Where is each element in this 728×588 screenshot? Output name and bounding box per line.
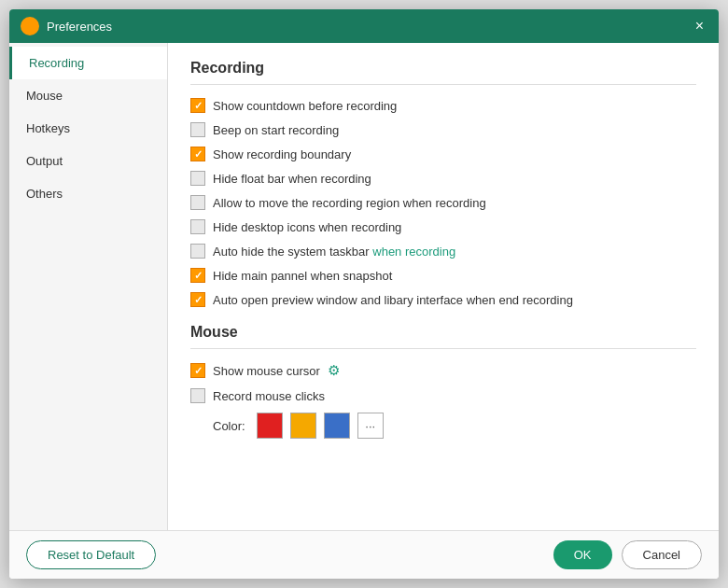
sidebar-item-hotkeys[interactable]: Hotkeys bbox=[9, 112, 167, 145]
label-showcursor: Show mouse cursor bbox=[213, 364, 320, 378]
sidebar-item-others[interactable]: Others bbox=[9, 177, 167, 210]
sidebar: Recording Mouse Hotkeys Output Others bbox=[9, 43, 168, 530]
color-swatch-yellow[interactable] bbox=[290, 413, 316, 439]
sidebar-item-output[interactable]: Output bbox=[9, 145, 167, 177]
checkbox-boundary[interactable] bbox=[190, 147, 205, 161]
label-recordclicks: Record mouse clicks bbox=[213, 389, 325, 403]
label-beep: Beep on start recording bbox=[213, 123, 339, 137]
recording-section-title: Recording bbox=[190, 60, 696, 85]
gear-icon[interactable]: ⚙ bbox=[328, 362, 340, 379]
ok-button[interactable]: OK bbox=[553, 540, 612, 569]
main-content: Recording Show countdown before recordin… bbox=[168, 43, 719, 530]
mouse-section-title: Mouse bbox=[190, 324, 696, 349]
checkbox-moveregion[interactable] bbox=[190, 195, 205, 210]
color-more-button[interactable]: ··· bbox=[357, 413, 384, 439]
close-button[interactable]: × bbox=[692, 16, 707, 36]
title-bar: Preferences × bbox=[9, 9, 719, 43]
checkbox-recordclicks[interactable] bbox=[190, 388, 205, 403]
sidebar-item-mouse[interactable]: Mouse bbox=[9, 79, 167, 112]
option-beep: Beep on start recording bbox=[190, 122, 696, 137]
label-floatbar: Hide float bar when recording bbox=[213, 172, 371, 186]
label-moveregion: Allow to move the recording region when … bbox=[213, 196, 486, 210]
checkbox-countdown[interactable] bbox=[190, 98, 205, 113]
label-desktopicons: Hide desktop icons when recording bbox=[213, 220, 401, 234]
cancel-button[interactable]: Cancel bbox=[622, 540, 702, 569]
option-showcursor: Show mouse cursor ⚙ bbox=[190, 362, 696, 379]
color-swatch-red[interactable] bbox=[257, 413, 283, 439]
label-mainpanel: Hide main pannel when snapshot bbox=[213, 269, 392, 283]
option-floatbar: Hide float bar when recording bbox=[190, 171, 696, 186]
label-preview: Auto open preview window and libary inte… bbox=[213, 293, 573, 307]
color-row: Color: ··· bbox=[213, 413, 696, 439]
color-label: Color: bbox=[213, 419, 245, 433]
label-taskbar: Auto hide the system taskbar when record… bbox=[213, 245, 455, 259]
footer: Reset to Default OK Cancel bbox=[9, 530, 719, 579]
checkbox-desktopicons[interactable] bbox=[190, 219, 205, 234]
label-countdown: Show countdown before recording bbox=[213, 99, 397, 113]
option-moveregion: Allow to move the recording region when … bbox=[190, 195, 696, 210]
mouse-section: Mouse Show mouse cursor ⚙ Record mouse c… bbox=[190, 324, 696, 439]
option-preview: Auto open preview window and libary inte… bbox=[190, 292, 696, 307]
label-boundary: Show recording boundary bbox=[213, 147, 351, 161]
option-boundary: Show recording boundary bbox=[190, 147, 696, 161]
footer-right: OK Cancel bbox=[553, 540, 702, 569]
option-recordclicks: Record mouse clicks bbox=[190, 388, 696, 403]
color-swatch-blue[interactable] bbox=[324, 413, 350, 439]
option-mainpanel: Hide main pannel when snapshot bbox=[190, 268, 696, 283]
reset-button[interactable]: Reset to Default bbox=[26, 540, 156, 569]
option-countdown: Show countdown before recording bbox=[190, 98, 696, 113]
checkbox-preview[interactable] bbox=[190, 292, 205, 307]
checkbox-showcursor[interactable] bbox=[190, 363, 205, 378]
checkbox-floatbar[interactable] bbox=[190, 171, 205, 186]
checkbox-taskbar[interactable] bbox=[190, 244, 205, 259]
checkbox-mainpanel[interactable] bbox=[190, 268, 205, 283]
dialog-body: Recording Mouse Hotkeys Output Others Re… bbox=[9, 43, 719, 530]
preferences-dialog: Preferences × Recording Mouse Hotkeys Ou… bbox=[9, 9, 719, 579]
sidebar-item-recording[interactable]: Recording bbox=[9, 47, 167, 79]
app-icon bbox=[21, 17, 39, 35]
option-desktopicons: Hide desktop icons when recording bbox=[190, 219, 696, 234]
option-taskbar: Auto hide the system taskbar when record… bbox=[190, 244, 696, 259]
dialog-title: Preferences bbox=[47, 20, 692, 34]
checkbox-beep[interactable] bbox=[190, 122, 205, 137]
